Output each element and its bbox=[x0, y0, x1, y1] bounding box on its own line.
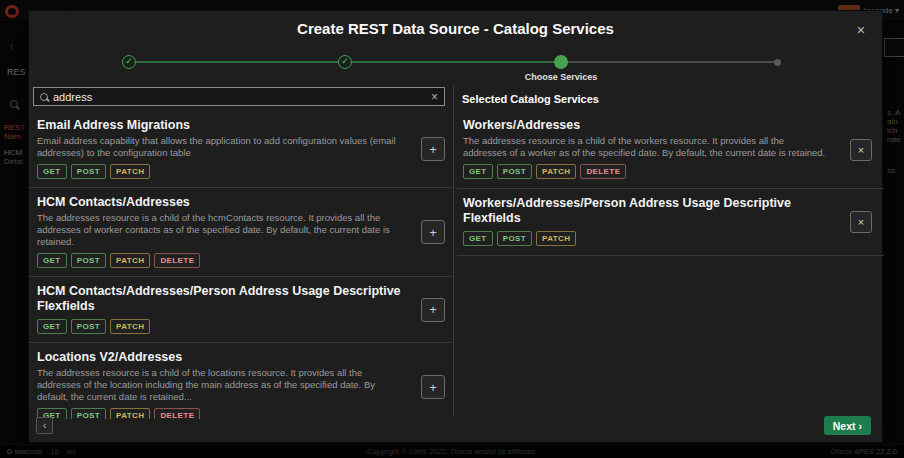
service-title: Workers/Addresses/Person Address Usage D… bbox=[463, 196, 828, 226]
method-badges: GET POST PATCH DELETE bbox=[463, 164, 828, 179]
clear-search-icon[interactable]: × bbox=[431, 91, 438, 103]
method-badges: GET POST PATCH bbox=[463, 231, 828, 246]
method-badge-patch: PATCH bbox=[110, 253, 150, 268]
selected-service-card: Workers/Addresses/Person Address Usage D… bbox=[457, 189, 884, 256]
service-description: The addresses resource is a child of the… bbox=[37, 212, 401, 248]
selected-service-card: Workers/Addresses The addresses resource… bbox=[457, 111, 884, 189]
method-badge-patch: PATCH bbox=[536, 231, 576, 246]
previous-step-button[interactable]: ‹ bbox=[36, 417, 53, 434]
service-title: Locations V2/Addresses bbox=[37, 350, 401, 365]
method-badge-patch: PATCH bbox=[110, 319, 150, 334]
service-title: Email Address Migrations bbox=[37, 118, 401, 133]
method-badges: GET POST PATCH bbox=[37, 164, 401, 179]
step-3-current[interactable] bbox=[554, 55, 568, 69]
method-badge-patch: PATCH bbox=[110, 408, 150, 419]
method-badges: GET POST PATCH DELETE bbox=[37, 408, 401, 419]
service-description: Email address capability that allows the… bbox=[37, 135, 401, 159]
next-button-label: Next bbox=[833, 420, 856, 432]
catalog-service-card: HCM Contacts/Addresses The addresses res… bbox=[29, 188, 451, 277]
add-service-button[interactable]: + bbox=[421, 298, 445, 322]
step-4-upcoming bbox=[774, 59, 781, 66]
search-icon bbox=[40, 93, 48, 101]
service-description: The addresses resource is a child of the… bbox=[37, 367, 401, 403]
method-badge-delete: DELETE bbox=[154, 408, 200, 419]
method-badge-delete: DELETE bbox=[580, 164, 626, 179]
catalog-services-list: Email Address Migrations Email address c… bbox=[29, 111, 451, 419]
catalog-service-card: Email Address Migrations Email address c… bbox=[29, 111, 451, 188]
catalog-service-card: Locations V2/Addresses The addresses res… bbox=[29, 343, 451, 419]
add-service-button[interactable]: + bbox=[421, 220, 445, 244]
method-badge-patch: PATCH bbox=[110, 164, 150, 179]
method-badge-delete: DELETE bbox=[154, 253, 200, 268]
service-title: HCM Contacts/Addresses bbox=[37, 195, 401, 210]
method-badge-get: GET bbox=[463, 164, 493, 179]
current-step-label: Choose Services bbox=[481, 72, 641, 82]
method-badge-post: POST bbox=[71, 319, 106, 334]
search-input[interactable] bbox=[53, 91, 426, 103]
step-2-complete[interactable]: ✓ bbox=[338, 55, 352, 69]
method-badge-post: POST bbox=[71, 164, 106, 179]
method-badge-post: POST bbox=[497, 164, 532, 179]
selected-services-header: Selected Catalog Services bbox=[462, 93, 599, 105]
add-service-button[interactable]: + bbox=[421, 137, 445, 161]
service-title: HCM Contacts/Addresses/Person Address Us… bbox=[37, 284, 401, 314]
selected-services-list: Workers/Addresses The addresses resource… bbox=[457, 111, 884, 419]
chevron-right-icon: › bbox=[859, 420, 863, 432]
add-service-button[interactable]: + bbox=[421, 375, 445, 399]
method-badge-post: POST bbox=[497, 231, 532, 246]
stepper-line-todo bbox=[561, 61, 778, 63]
create-rest-data-source-dialog: Create REST Data Source - Catalog Servic… bbox=[28, 10, 883, 443]
method-badge-get: GET bbox=[37, 164, 67, 179]
catalog-search-field: × bbox=[33, 87, 445, 106]
service-description: The addresses resource is a child of the… bbox=[463, 135, 828, 159]
method-badge-post: POST bbox=[71, 253, 106, 268]
method-badge-get: GET bbox=[37, 319, 67, 334]
close-icon[interactable]: × bbox=[851, 20, 871, 40]
method-badge-post: POST bbox=[71, 408, 106, 419]
next-button[interactable]: Next › bbox=[824, 416, 871, 435]
method-badge-get: GET bbox=[463, 231, 493, 246]
catalog-service-card: HCM Contacts/Addresses/Person Address Us… bbox=[29, 277, 451, 343]
step-1-complete[interactable]: ✓ bbox=[122, 55, 136, 69]
method-badges: GET POST PATCH DELETE bbox=[37, 253, 401, 268]
panel-divider bbox=[453, 85, 454, 416]
remove-service-button[interactable]: × bbox=[850, 139, 872, 161]
dialog-title: Create REST Data Source - Catalog Servic… bbox=[29, 20, 882, 37]
method-badge-patch: PATCH bbox=[536, 164, 576, 179]
service-title: Workers/Addresses bbox=[463, 118, 828, 133]
remove-service-button[interactable]: × bbox=[850, 211, 872, 233]
method-badges: GET POST PATCH bbox=[37, 319, 401, 334]
method-badge-get: GET bbox=[37, 253, 67, 268]
